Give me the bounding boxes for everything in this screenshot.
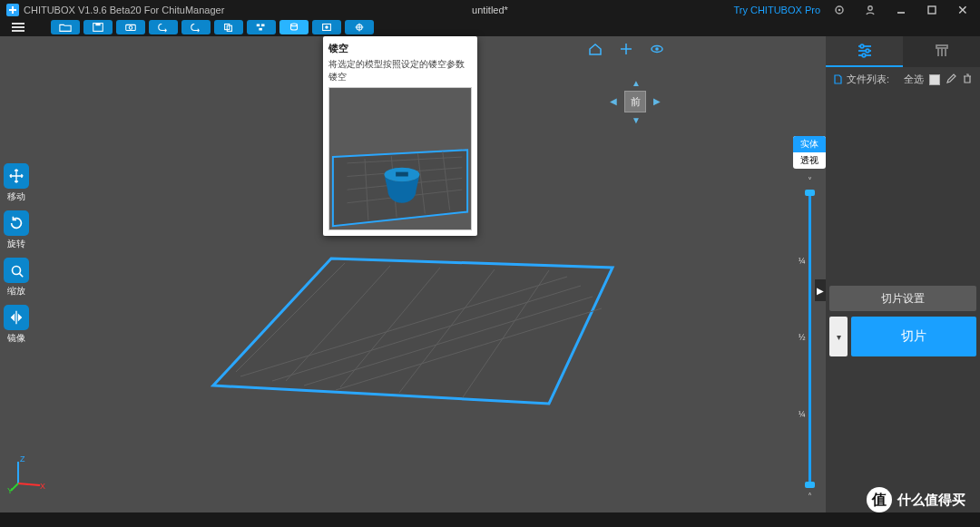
slider-handle-top[interactable] [805,190,815,196]
app-logo-icon [5,3,20,17]
viewcube-right-arrow[interactable]: ▶ [653,96,661,106]
axis-y-label: Y [7,486,13,494]
viewcube-face-front[interactable]: 前 [624,91,646,112]
visibility-icon[interactable] [650,42,664,60]
shading-perspective[interactable]: 透视 [793,152,826,169]
svg-point-2 [838,9,841,12]
toolbar-save-button[interactable] [83,20,113,34]
svg-point-47 [655,47,659,51]
sliders-icon [856,43,874,59]
toolbar-open-button[interactable] [51,20,80,34]
rotate-tool[interactable]: 旋转 [4,210,29,250]
svg-rect-5 [928,6,936,14]
slider-up-chevron-icon[interactable]: ˅ [808,176,812,186]
scale-tool[interactable]: 缩放 [4,258,29,298]
scale-icon [4,258,29,283]
viewcube-left-arrow[interactable]: ◀ [610,96,617,106]
svg-point-9 [129,26,132,30]
hollow-tooltip: 镂空 将选定的模型按照设定的镂空参数镂空 [323,36,477,236]
select-all-checkbox[interactable] [929,74,940,85]
document-title: untitled* [472,5,508,15]
slider-tick-2: ½ [799,333,806,342]
move-icon [4,163,29,189]
pan-view-icon[interactable] [619,42,633,60]
select-all-label: 全选 [904,73,924,86]
svg-point-52 [866,49,869,53]
svg-rect-13 [261,24,265,27]
svg-point-3 [868,6,872,10]
svg-point-15 [291,24,298,26]
svg-line-33 [18,483,40,485]
edit-icon[interactable] [946,73,956,86]
tooltip-description: 将选定的模型按照设定的镂空参数镂空 [328,58,472,83]
minimize-button[interactable] [889,2,913,18]
svg-point-29 [13,267,21,275]
svg-point-51 [860,44,864,48]
support-icon [933,43,951,59]
watermark-badge: 值 [867,487,892,512]
svg-marker-19 [213,259,612,404]
title-bar: CHITUBOX V1.9.6 Beta20 For ChituManager … [0,0,980,20]
tab-supports[interactable] [903,36,980,67]
svg-rect-45 [396,172,408,177]
user-icon[interactable] [858,2,882,18]
toolbar-hollow-button[interactable] [279,20,309,34]
panel-collapse-button[interactable]: ▶ [815,279,826,301]
shading-solid[interactable]: 实体 [793,136,826,152]
slice-settings-label: 切片设置 [881,291,925,307]
rotate-icon [4,210,29,236]
settings-icon[interactable] [828,2,851,18]
maximize-button[interactable] [920,2,944,18]
slice-row: ▾ 切片 [829,317,976,356]
tooltip-preview [328,87,472,230]
tooltip-title: 镂空 [328,42,472,55]
svg-point-17 [325,25,328,29]
move-tool[interactable]: 移动 [4,163,29,203]
axis-indicator: Z X Y [7,454,47,494]
axis-x-label: X [40,482,45,491]
toolbar-redo-button[interactable] [181,20,211,34]
try-pro-link[interactable]: Try CHITUBOX Pro [733,5,820,15]
tab-settings[interactable] [826,36,903,67]
menu-button[interactable] [5,20,31,34]
close-button[interactable]: ✕ [951,2,975,18]
transform-toolbar: 移动 旋转 缩放 镜像 [4,163,29,345]
file-icon [833,74,843,84]
svg-rect-12 [257,24,260,27]
toolbar-dighole-button[interactable] [312,20,341,34]
slider-tick-3: ¼ [799,410,806,419]
layer-slider-column: 实体 透视 ˅ ¼ ½ ¼ ˄ [799,136,820,503]
viewcube-down-arrow[interactable]: ▼ [632,115,641,125]
shading-toggle: 实体 透视 [793,136,826,169]
toolbar-autolayout-button[interactable] [247,20,276,34]
svg-rect-7 [95,24,100,26]
toolbar-repair-button[interactable] [345,20,374,34]
toolbar-copy-button[interactable] [214,20,243,34]
home-view-icon[interactable] [588,42,603,60]
axis-z-label: Z [20,454,25,464]
watermark-text: 什么值得买 [897,492,965,509]
file-list[interactable] [826,92,980,282]
view-gizmos [588,42,664,60]
slice-profile-dropdown[interactable]: ▾ [829,317,848,356]
layer-slider[interactable]: ¼ ½ ¼ [808,191,811,486]
viewcube-up-arrow[interactable]: ▲ [632,78,641,88]
view-cube[interactable]: ▲ ▼ ◀ ▶ 前 [613,78,657,122]
slice-button[interactable]: 切片 [851,317,976,356]
main-toolbar [0,20,980,36]
slice-button-label: 切片 [901,328,926,345]
scale-tool-label: 缩放 [7,285,25,298]
panel-tabs [826,36,980,67]
mirror-tool[interactable]: 镜像 [4,305,29,345]
toolbar-screenshot-button[interactable] [116,20,145,34]
slider-handle-bottom[interactable] [805,482,815,488]
file-list-label: 文件列表: [847,73,889,86]
slice-settings-button[interactable]: 切片设置 [829,286,976,311]
main-area: 移动 旋转 缩放 镜像 Z X Y 镂空 [0,36,980,512]
svg-rect-54 [936,45,947,48]
viewport-3d[interactable]: 移动 旋转 缩放 镜像 Z X Y 镂空 [0,36,826,512]
toolbar-undo-button[interactable] [149,20,178,34]
svg-line-30 [20,274,24,278]
delete-icon[interactable] [962,73,973,86]
slider-down-chevron-icon[interactable]: ˄ [808,492,812,502]
